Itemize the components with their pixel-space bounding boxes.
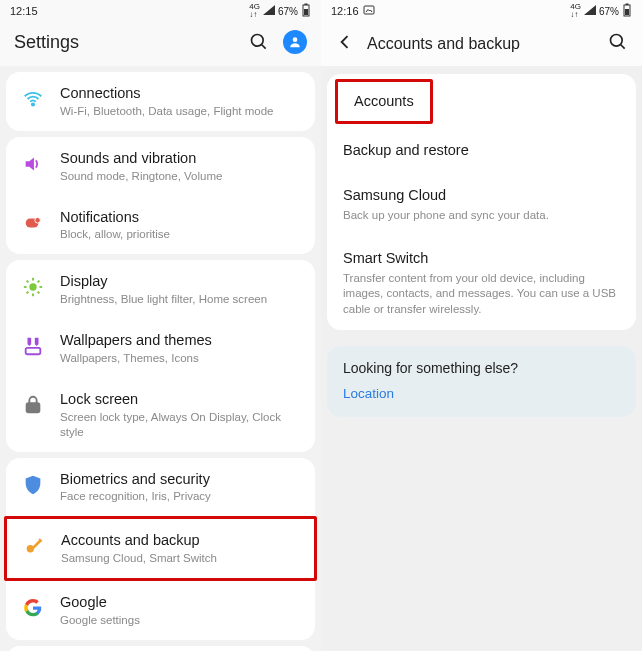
display-icon	[20, 274, 46, 300]
item-sub: Wi-Fi, Bluetooth, Data usage, Flight mod…	[60, 104, 301, 119]
status-battery-pct: 67%	[278, 6, 298, 17]
list-item-smart-switch[interactable]: Smart Switch Transfer content from your …	[327, 236, 636, 330]
accounts-backup-list: Accounts Backup and restore Samsung Clou…	[327, 74, 636, 330]
status-battery-icon	[622, 3, 632, 19]
item-title: Display	[60, 272, 301, 291]
svg-line-4	[262, 45, 266, 49]
svg-rect-26	[625, 9, 629, 15]
item-title: Wallpapers and themes	[60, 331, 301, 350]
shield-icon	[20, 472, 46, 498]
page-title: Settings	[14, 32, 79, 53]
item-sub: Transfer content from your old device, i…	[343, 271, 620, 318]
settings-item-google[interactable]: Google Google settings	[6, 581, 315, 640]
item-sub: Face recognition, Iris, Privacy	[60, 489, 301, 504]
page-title: Accounts and backup	[367, 35, 596, 53]
item-sub: Brightness, Blue light filter, Home scre…	[60, 292, 301, 307]
item-title: Lock screen	[60, 390, 301, 409]
settings-item-notifications[interactable]: Notifications Block, allow, prioritise	[6, 196, 315, 255]
settings-scroll[interactable]: Connections Wi-Fi, Bluetooth, Data usage…	[0, 66, 321, 651]
settings-item-advanced[interactable]: Advanced features Motions and gestures, …	[6, 646, 315, 651]
profile-avatar[interactable]	[283, 30, 307, 54]
svg-point-5	[293, 37, 298, 42]
svg-point-3	[252, 35, 264, 47]
list-item-samsung-cloud[interactable]: Samsung Cloud Back up your phone and syn…	[327, 173, 636, 236]
svg-point-27	[611, 35, 623, 47]
settings-group: Biometrics and security Face recognition…	[6, 458, 315, 640]
item-title: Samsung Cloud	[343, 186, 620, 205]
item-sub: Wallpapers, Themes, Icons	[60, 351, 301, 366]
svg-line-15	[38, 292, 40, 294]
item-sub: Screen lock type, Always On Display, Clo…	[60, 410, 301, 440]
item-title: Connections	[60, 84, 301, 103]
status-network-icon: 4G↓↑	[249, 3, 260, 19]
status-bar: 12:16 4G↓↑ 67%	[321, 0, 642, 22]
status-network-icon: 4G↓↑	[570, 3, 581, 19]
settings-header: Settings	[0, 22, 321, 66]
item-title: Notifications	[60, 208, 301, 227]
lock-icon	[20, 392, 46, 418]
status-signal-icon	[584, 5, 596, 17]
notifications-icon	[20, 210, 46, 236]
list-item-accounts[interactable]: Accounts	[335, 79, 433, 124]
svg-rect-2	[304, 9, 308, 15]
svg-rect-18	[26, 348, 41, 354]
svg-point-9	[29, 284, 36, 291]
list-item-backup-restore[interactable]: Backup and restore	[327, 128, 636, 173]
svg-rect-1	[305, 4, 308, 6]
item-title: Google	[60, 593, 301, 612]
status-screenshot-icon	[363, 5, 375, 17]
item-title: Sounds and vibration	[60, 149, 301, 168]
svg-point-8	[35, 217, 41, 223]
svg-rect-19	[27, 403, 40, 412]
status-time: 12:16	[331, 5, 359, 17]
item-sub: Google settings	[60, 613, 301, 628]
wallpaper-icon	[20, 333, 46, 359]
looking-question: Looking for something else?	[343, 360, 620, 376]
item-sub: Back up your phone and sync your data.	[343, 208, 620, 224]
sound-icon	[20, 151, 46, 177]
svg-line-28	[621, 45, 625, 49]
item-title: Accounts	[354, 93, 414, 109]
subpage-header: Accounts and backup	[321, 22, 642, 66]
item-title: Smart Switch	[343, 249, 620, 268]
svg-point-6	[32, 103, 34, 105]
key-icon	[21, 533, 47, 559]
item-sub: Block, allow, prioritise	[60, 227, 301, 242]
item-title: Accounts and backup	[61, 531, 300, 550]
item-sub: Sound mode, Ringtone, Volume	[60, 169, 301, 184]
settings-group: Connections Wi-Fi, Bluetooth, Data usage…	[6, 72, 315, 131]
item-sub: Samsung Cloud, Smart Switch	[61, 551, 300, 566]
phone-right-accounts-backup: 12:16 4G↓↑ 67% Accounts and backup	[321, 0, 642, 651]
settings-group: Sounds and vibration Sound mode, Rington…	[6, 137, 315, 255]
settings-group: Advanced features Motions and gestures, …	[6, 646, 315, 651]
status-bar: 12:15 4G↓↑ 67%	[0, 0, 321, 22]
status-time: 12:15	[10, 5, 38, 17]
status-battery-icon	[301, 3, 311, 19]
svg-rect-25	[626, 4, 629, 6]
looking-link-location[interactable]: Location	[343, 386, 620, 401]
back-icon[interactable]	[335, 32, 355, 56]
settings-item-display[interactable]: Display Brightness, Blue light filter, H…	[6, 260, 315, 319]
search-icon[interactable]	[608, 32, 628, 56]
settings-item-biometrics[interactable]: Biometrics and security Face recognition…	[6, 458, 315, 517]
item-title: Backup and restore	[343, 141, 620, 160]
empty-area	[321, 425, 642, 651]
settings-group: Display Brightness, Blue light filter, H…	[6, 260, 315, 451]
settings-item-lockscreen[interactable]: Lock screen Screen lock type, Always On …	[6, 378, 315, 452]
svg-line-17	[38, 281, 40, 283]
svg-line-14	[27, 281, 29, 283]
wifi-icon	[20, 86, 46, 112]
google-icon	[20, 595, 46, 621]
settings-item-connections[interactable]: Connections Wi-Fi, Bluetooth, Data usage…	[6, 72, 315, 131]
svg-rect-21	[32, 540, 41, 549]
status-battery-pct: 67%	[599, 6, 619, 17]
status-signal-icon	[263, 5, 275, 17]
looking-for-card: Looking for something else? Location	[327, 346, 636, 417]
phone-left-settings: 12:15 4G↓↑ 67% Settings	[0, 0, 321, 651]
settings-item-sounds[interactable]: Sounds and vibration Sound mode, Rington…	[6, 137, 315, 196]
settings-item-wallpapers[interactable]: Wallpapers and themes Wallpapers, Themes…	[6, 319, 315, 378]
item-title: Biometrics and security	[60, 470, 301, 489]
svg-line-16	[27, 292, 29, 294]
search-icon[interactable]	[249, 32, 269, 52]
settings-item-accounts-backup[interactable]: Accounts and backup Samsung Cloud, Smart…	[4, 516, 317, 581]
